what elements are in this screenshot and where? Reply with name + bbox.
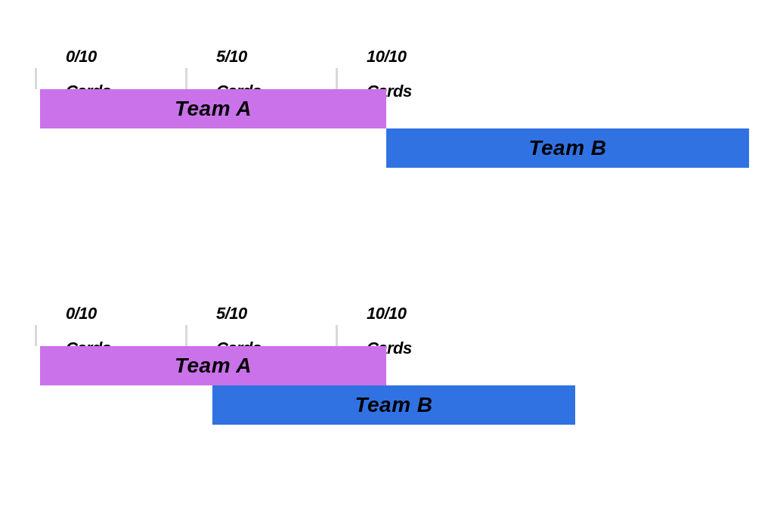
- bar-team-b: Team B: [386, 128, 749, 168]
- bar-label: Team A: [175, 354, 252, 378]
- tick-line1: 10/10: [367, 304, 407, 323]
- tick-mark: [336, 68, 338, 89]
- tick-line1: 0/10: [66, 47, 97, 66]
- bar-team-b: Team B: [212, 385, 575, 425]
- tick-mark: [35, 68, 37, 89]
- diagram-stage-1: 0/10 Cards 5/10 Cards 10/10 Cards Team A…: [0, 30, 774, 257]
- diagram-stage-2: 0/10 Cards 5/10 Cards 10/10 Cards Team A…: [0, 287, 774, 514]
- bar-team-a: Team A: [40, 89, 386, 128]
- tick-mark: [185, 325, 187, 346]
- bar-label: Team B: [354, 393, 432, 417]
- tick-mark: [185, 68, 187, 89]
- bar-label: Team B: [528, 136, 606, 160]
- bar-team-a: Team A: [40, 346, 386, 385]
- tick-mark: [336, 325, 338, 346]
- tick-line1: 0/10: [66, 304, 97, 323]
- tick-line1: 5/10: [216, 47, 247, 66]
- tick-line1: 5/10: [216, 304, 247, 323]
- tick-mark: [35, 325, 37, 346]
- bar-label: Team A: [175, 97, 252, 121]
- tick-line1: 10/10: [367, 47, 407, 66]
